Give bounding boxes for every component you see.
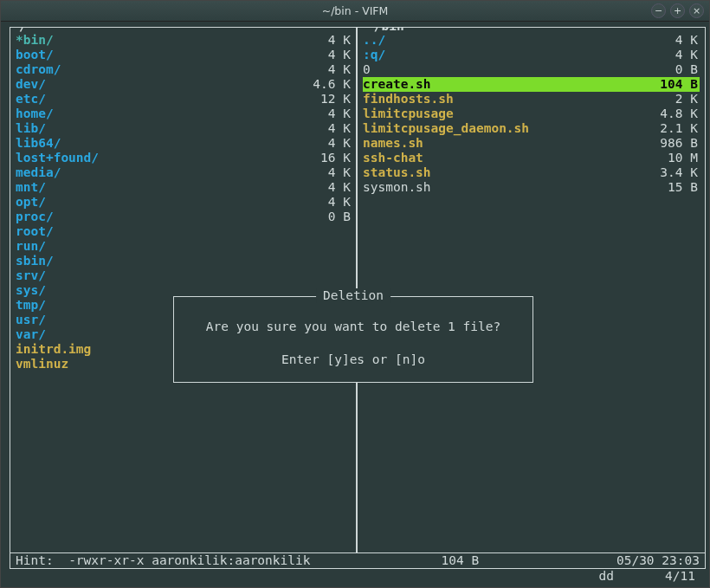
- file-row[interactable]: srv/: [16, 268, 352, 283]
- maximize-icon: +: [674, 6, 681, 16]
- file-name: sbin/: [16, 254, 300, 268]
- file-size: 4 K: [300, 62, 352, 77]
- file-size: 15 B: [648, 180, 700, 195]
- left-pane[interactable]: / *bin/4 Kboot/4 Kcdrom/4 Kdev/4.6 Ketc/…: [10, 28, 357, 552]
- file-row[interactable]: :q/4 K: [363, 48, 700, 62]
- minimize-icon: −: [655, 6, 662, 16]
- file-row[interactable]: status.sh3.4 K: [363, 165, 700, 180]
- file-row[interactable]: opt/4 K: [16, 195, 352, 210]
- file-name: opt/: [16, 195, 300, 210]
- file-name: create.sh: [363, 77, 648, 92]
- left-pane-title: /: [16, 28, 30, 34]
- dialog-message: Are you sure you want to delete 1 file?: [183, 316, 524, 337]
- status-command: dd: [597, 569, 649, 584]
- file-size: 0 B: [648, 62, 700, 77]
- file-size: 4 K: [648, 33, 700, 48]
- file-name: status.sh: [363, 165, 648, 180]
- file-size: 4 K: [300, 136, 352, 151]
- file-size: [300, 254, 352, 268]
- file-size: 4 K: [300, 107, 352, 121]
- right-file-list: ../4 K:q/4 K00 Bcreate.sh104 Bfindhosts.…: [363, 33, 700, 195]
- file-size: 2.1 K: [648, 121, 700, 136]
- file-row[interactable]: home/4 K: [16, 107, 352, 121]
- file-row[interactable]: limitcpusage_daemon.sh2.1 K: [363, 121, 700, 136]
- file-row[interactable]: cdrom/4 K: [16, 62, 352, 77]
- file-size: 986 B: [648, 136, 700, 151]
- file-row[interactable]: lost+found/16 K: [16, 151, 352, 165]
- right-pane-title: ~/bin: [363, 28, 408, 34]
- status-left: Hint: -rwxr-xr-x aaronkilik:aaronkilik: [16, 553, 310, 568]
- file-name: proc/: [16, 210, 300, 224]
- file-name: lib/: [16, 121, 300, 136]
- file-size: 3.4 K: [648, 165, 700, 180]
- file-row[interactable]: proc/0 B: [16, 210, 352, 224]
- titlebar[interactable]: ~/bin - VIFM − + ×: [1, 1, 709, 22]
- file-row[interactable]: names.sh986 B: [363, 136, 700, 151]
- file-row[interactable]: root/: [16, 224, 352, 239]
- file-name: 0: [363, 62, 648, 77]
- file-row[interactable]: sbin/: [16, 254, 352, 268]
- file-name: limitcpusage: [363, 107, 648, 121]
- dialog-prompt: Enter [y]es or [n]o: [183, 349, 524, 370]
- app-window: ~/bin - VIFM − + × / *bin/4 Kboot/4 Kcdr…: [0, 0, 710, 588]
- file-size: 4 K: [300, 195, 352, 210]
- window-title: ~/bin - VIFM: [1, 4, 709, 17]
- file-row[interactable]: run/: [16, 239, 352, 254]
- file-row[interactable]: etc/12 K: [16, 92, 352, 107]
- file-name: sysmon.sh: [363, 180, 648, 195]
- file-row[interactable]: *bin/4 K: [16, 33, 352, 48]
- file-name: ../: [363, 33, 648, 48]
- file-row[interactable]: sysmon.sh15 B: [363, 180, 700, 195]
- file-row[interactable]: lib64/4 K: [16, 136, 352, 151]
- dialog-title: Deletion: [316, 288, 390, 303]
- file-row[interactable]: 00 B: [363, 62, 700, 77]
- file-size: 4 K: [300, 33, 352, 48]
- file-size: 4 K: [300, 48, 352, 62]
- file-size: 4.8 K: [648, 107, 700, 121]
- file-row[interactable]: ../4 K: [363, 33, 700, 48]
- file-size: 104 B: [648, 77, 700, 92]
- close-button[interactable]: ×: [689, 3, 704, 18]
- status-position: 4/11: [649, 569, 700, 584]
- file-row[interactable]: dev/4.6 K: [16, 77, 352, 92]
- file-size: 4 K: [648, 48, 700, 62]
- file-row[interactable]: boot/4 K: [16, 48, 352, 62]
- file-size: 4.6 K: [300, 77, 352, 92]
- right-pane[interactable]: ~/bin ../4 K:q/4 K00 Bcreate.sh104 Bfind…: [357, 28, 705, 552]
- hint-label: Hint:: [16, 553, 54, 567]
- deletion-dialog[interactable]: Deletion Are you sure you want to delete…: [173, 296, 533, 383]
- file-row[interactable]: media/4 K: [16, 165, 352, 180]
- status-bar-2: dd 4/11: [10, 569, 706, 584]
- file-perms: -rwxr-xr-x aaronkilik:aaronkilik: [68, 553, 310, 567]
- file-name: *bin/: [16, 33, 300, 48]
- file-row[interactable]: create.sh104 B: [363, 77, 700, 92]
- dialog-body: Are you sure you want to delete 1 file? …: [183, 316, 524, 370]
- close-icon: ×: [693, 6, 700, 16]
- file-name: dev/: [16, 77, 300, 92]
- file-name: cdrom/: [16, 62, 300, 77]
- file-name: home/: [16, 107, 300, 121]
- file-name: :q/: [363, 48, 648, 62]
- file-row[interactable]: findhosts.sh2 K: [363, 92, 700, 107]
- minimize-button[interactable]: −: [651, 3, 666, 18]
- file-name: lost+found/: [16, 151, 300, 165]
- file-row[interactable]: ssh-chat10 M: [363, 151, 700, 165]
- file-name: ssh-chat: [363, 151, 648, 165]
- file-row[interactable]: lib/4 K: [16, 121, 352, 136]
- window-buttons: − + ×: [651, 3, 704, 18]
- file-name: run/: [16, 239, 300, 254]
- file-name: limitcpusage_daemon.sh: [363, 121, 648, 136]
- file-row[interactable]: limitcpusage4.8 K: [363, 107, 700, 121]
- status-size: 104 B: [427, 553, 479, 568]
- file-size: 10 M: [648, 151, 700, 165]
- panes-container: / *bin/4 Kboot/4 Kcdrom/4 Kdev/4.6 Ketc/…: [10, 27, 706, 552]
- file-size: [300, 224, 352, 239]
- file-size: 4 K: [300, 180, 352, 195]
- file-name: media/: [16, 165, 300, 180]
- file-row[interactable]: mnt/4 K: [16, 180, 352, 195]
- maximize-button[interactable]: +: [670, 3, 685, 18]
- terminal[interactable]: / *bin/4 Kboot/4 Kcdrom/4 Kdev/4.6 Ketc/…: [1, 22, 709, 587]
- file-size: 2 K: [648, 92, 700, 107]
- file-name: root/: [16, 224, 300, 239]
- status-date: 05/30 23:03: [596, 553, 700, 568]
